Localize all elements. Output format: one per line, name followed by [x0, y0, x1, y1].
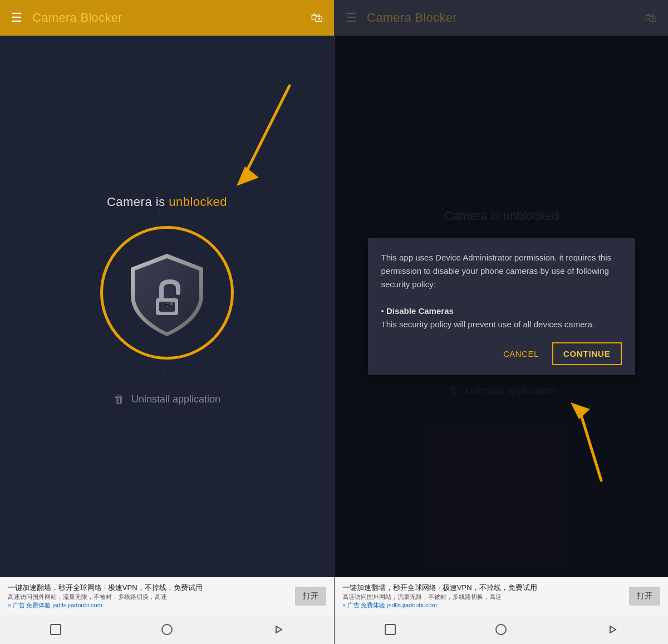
nav-circle-right[interactable] [491, 620, 511, 640]
ad-text-main-right: 一键加速翻墙，秒开全球网络 · 极速VPN，不掉线，免费试用 [342, 583, 625, 593]
arrow-annotation-left [228, 80, 301, 194]
right-phone-panel: ☰ Camera Blocker 🛍 Camera is unblocked T… [334, 0, 668, 644]
right-main-content: Camera is unblocked This app uses Device… [335, 36, 668, 577]
svg-marker-30 [276, 626, 282, 633]
dialog-bullet-body: This security policy will prevent use of… [381, 319, 595, 329]
dialog-body-text: This app uses Device Administrator permi… [381, 253, 612, 289]
svg-rect-28 [51, 625, 61, 635]
dialog-actions: CANCEL CONTINUE [381, 342, 622, 365]
dialog-bullet: • Disable Cameras [381, 306, 454, 316]
shield-ring [100, 226, 234, 360]
dialog-body: This app uses Device Administrator permi… [381, 251, 622, 331]
store-icon-right[interactable]: 🛍 [645, 11, 657, 25]
nav-square-left[interactable] [46, 620, 66, 640]
ad-banner-right: 一键加速翻墙，秒开全球网络 · 极速VPN，不掉线，免费试用 高速访问国外网站，… [335, 577, 668, 615]
nav-triangle-left[interactable] [268, 620, 288, 640]
svg-rect-36 [385, 625, 395, 635]
hamburger-icon-right[interactable]: ☰ [346, 12, 357, 24]
svg-line-21 [245, 86, 289, 175]
right-top-bar: ☰ Camera Blocker 🛍 [335, 0, 668, 36]
svg-marker-38 [610, 626, 616, 633]
ad-banner-left: 一键加速翻墙，秒开全球网络 · 极速VPN，不掉线，免费试用 高速访问国外网站，… [0, 577, 334, 615]
nav-triangle-right[interactable] [602, 620, 622, 640]
ad-open-btn-right[interactable]: 打开 [629, 587, 660, 606]
camera-status-left: Camera is unblocked [107, 195, 227, 209]
svg-marker-35 [571, 402, 590, 419]
unblocked-status: unblocked [169, 195, 227, 209]
dialog-overlay: This app uses Device Administrator permi… [335, 36, 668, 577]
ad-content-left: 一键加速翻墙，秒开全球网络 · 极速VPN，不掉线，免费试用 高速访问国外网站，… [8, 583, 291, 609]
svg-point-29 [162, 625, 172, 635]
nav-bar-right [335, 615, 668, 644]
continue-button[interactable]: CONTINUE [552, 342, 622, 365]
cancel-button[interactable]: CANCEL [499, 343, 543, 364]
left-top-bar: ☰ Camera Blocker 🛍 [0, 0, 334, 36]
permission-dialog: This app uses Device Administrator permi… [368, 238, 635, 375]
ad-open-btn-left[interactable]: 打开 [295, 587, 326, 606]
svg-line-34 [579, 408, 601, 480]
store-icon-left[interactable]: 🛍 [311, 11, 323, 25]
left-main-content: Camera is unblocked [0, 36, 334, 577]
hamburger-icon[interactable]: ☰ [11, 12, 22, 24]
ad-label-left: × 广告 免费体验 jsdlls.jiadoubi.com [8, 601, 291, 609]
nav-circle-left[interactable] [157, 620, 177, 640]
app-title-left: Camera Blocker [32, 11, 301, 25]
shield-container[interactable] [100, 226, 234, 360]
nav-square-right[interactable] [380, 620, 400, 640]
ad-text-sub-left: 高速访问国外网站，流量无限，不被封，多线路切换，高速 [8, 593, 291, 601]
ad-label-right: × 广告 免费体验 jsdlls.jiadoubi.com [342, 601, 625, 609]
ad-text-main-left: 一键加速翻墙，秒开全球网络 · 极速VPN，不掉线，免费试用 [8, 583, 291, 593]
app-title-right: Camera Blocker [367, 11, 635, 25]
arrow-annotation-right [557, 397, 623, 488]
nav-bar-left [0, 615, 334, 644]
ad-content-right: 一键加速翻墙，秒开全球网络 · 极速VPN，不掉线，免费试用 高速访问国外网站，… [342, 583, 625, 609]
ad-text-sub-right: 高速访问国外网站，流量无限，不被封，多线路切换，高速 [342, 593, 625, 601]
left-phone-panel: ☰ Camera Blocker 🛍 [0, 0, 334, 644]
svg-point-37 [496, 625, 506, 635]
svg-marker-22 [237, 166, 259, 186]
